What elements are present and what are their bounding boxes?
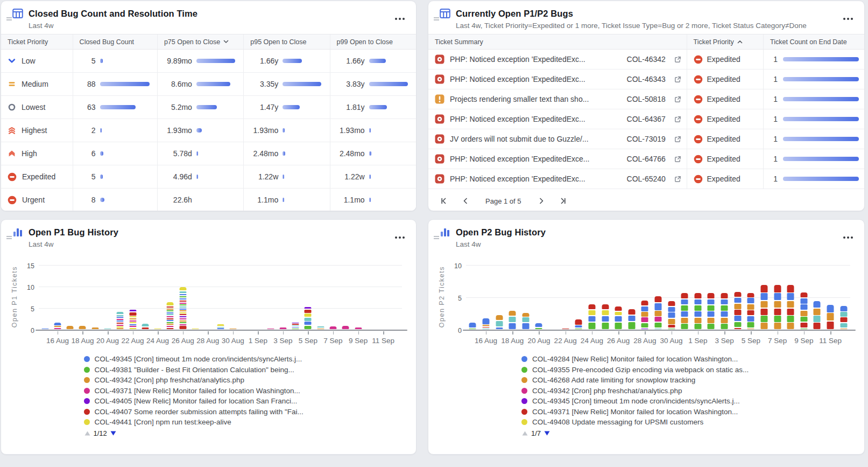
- stacked-bar[interactable]: [721, 293, 728, 329]
- legend-item[interactable]: COL-49405 [New Relic] Monitor failed for…: [84, 396, 327, 407]
- stacked-bar[interactable]: [79, 326, 86, 330]
- first-page-button[interactable]: [437, 195, 451, 207]
- more-menu-button[interactable]: [841, 12, 856, 24]
- external-link-icon[interactable]: [674, 136, 681, 143]
- stacked-bar[interactable]: [827, 305, 834, 329]
- drag-handle-icon[interactable]: [432, 14, 441, 24]
- external-link-icon[interactable]: [674, 176, 681, 183]
- legend-item[interactable]: COL-49342 [Cron] php freshchat/analytics…: [521, 386, 765, 396]
- more-menu-button[interactable]: [392, 231, 407, 243]
- stacked-bar[interactable]: [708, 293, 715, 329]
- stacked-bar[interactable]: [628, 309, 635, 329]
- stacked-bar[interactable]: [588, 304, 595, 329]
- column-header[interactable]: p99 Open to Close: [330, 34, 416, 49]
- stacked-bar[interactable]: [522, 313, 529, 329]
- stacked-bar[interactable]: [840, 306, 847, 329]
- stacked-bar[interactable]: [641, 301, 648, 329]
- legend-item[interactable]: COL-49345 [Cron] timeout 1m node cron/in…: [521, 396, 765, 407]
- stacked-bar[interactable]: [41, 329, 48, 329]
- legend-item[interactable]: COL-49381 "Builder - Best Fit Orientatio…: [84, 365, 327, 375]
- legend-item[interactable]: COL-49441 [Cron] npm run test:keep-alive: [84, 417, 327, 428]
- stacked-bar[interactable]: [535, 323, 542, 329]
- column-header[interactable]: p75 Open to Close: [157, 34, 243, 49]
- stacked-bar[interactable]: [317, 326, 324, 329]
- external-link-icon[interactable]: [674, 116, 681, 123]
- stacked-bar[interactable]: [562, 329, 569, 329]
- legend-item[interactable]: COL-49408 Update messaging for UPSMI cus…: [521, 417, 765, 428]
- stacked-bar[interactable]: [91, 327, 98, 329]
- stacked-bar[interactable]: [67, 326, 74, 330]
- external-link-icon[interactable]: [674, 76, 681, 83]
- ticket-id-link[interactable]: COL-46343: [627, 75, 674, 83]
- stacked-bar[interactable]: [279, 327, 286, 329]
- column-header[interactable]: Ticket Summary: [428, 34, 687, 49]
- ticket-id-link[interactable]: COL-65240: [627, 175, 674, 183]
- stacked-bar[interactable]: [217, 324, 224, 329]
- stacked-bar[interactable]: [694, 293, 701, 329]
- legend-item[interactable]: COL-49371 [New Relic] Monitor failed for…: [84, 386, 327, 396]
- stacked-bar[interactable]: [355, 327, 362, 329]
- stacked-bar[interactable]: [179, 287, 186, 329]
- stacked-bar[interactable]: [167, 302, 174, 329]
- stacked-bar[interactable]: [668, 301, 675, 329]
- stacked-bar[interactable]: [142, 324, 149, 329]
- stacked-bar[interactable]: [787, 285, 794, 329]
- column-header[interactable]: Closed Bug Count: [73, 34, 157, 49]
- external-link-icon[interactable]: [674, 96, 681, 103]
- drag-handle-icon[interactable]: [5, 233, 13, 243]
- stacked-bar[interactable]: [129, 310, 136, 329]
- column-header[interactable]: Ticket Priority: [687, 34, 764, 49]
- stacked-bar[interactable]: [774, 285, 781, 329]
- more-menu-button[interactable]: [841, 231, 856, 243]
- stacked-bar[interactable]: [509, 311, 516, 329]
- stacked-bar[interactable]: [760, 285, 767, 329]
- stacked-bar[interactable]: [734, 292, 741, 329]
- legend-item[interactable]: COL-49342 [Cron] php freshchat/analytics…: [84, 375, 327, 386]
- external-link-icon[interactable]: [674, 156, 681, 163]
- more-menu-button[interactable]: [392, 12, 407, 24]
- column-header[interactable]: Ticket Priority: [1, 34, 73, 49]
- stacked-bar[interactable]: [117, 312, 124, 329]
- stacked-bar[interactable]: [292, 323, 299, 329]
- legend-next-button[interactable]: [110, 430, 117, 436]
- stacked-bar[interactable]: [469, 323, 476, 329]
- stacked-bar[interactable]: [305, 307, 312, 329]
- legend-item[interactable]: COL-49284 [New Relic] Monitor failed for…: [521, 354, 765, 365]
- legend-prev-button[interactable]: [84, 430, 91, 436]
- stacked-bar[interactable]: [229, 329, 236, 329]
- column-header[interactable]: p95 Open to Close: [243, 34, 329, 49]
- stacked-bar[interactable]: [329, 326, 336, 329]
- stacked-bar[interactable]: [104, 329, 111, 329]
- stacked-bar[interactable]: [192, 329, 199, 329]
- drag-handle-icon[interactable]: [432, 233, 441, 243]
- ticket-id-link[interactable]: COL-73019: [627, 135, 674, 143]
- stacked-bar[interactable]: [615, 306, 622, 329]
- ticket-id-link[interactable]: COL-50818: [627, 95, 674, 103]
- ticket-id-link[interactable]: COL-64766: [627, 155, 674, 163]
- legend-item[interactable]: COL-49407 Some reorder submission attemp…: [84, 407, 327, 417]
- stacked-bar[interactable]: [342, 326, 349, 330]
- stacked-bar[interactable]: [814, 301, 821, 329]
- legend-prev-button[interactable]: [521, 430, 528, 436]
- legend-item[interactable]: COL-49355 Pre-encoded Gzip encoding via …: [521, 365, 765, 375]
- column-header[interactable]: Ticket Count on End Date: [763, 34, 864, 49]
- stacked-bar[interactable]: [800, 292, 807, 329]
- next-page-button[interactable]: [534, 195, 548, 207]
- stacked-bar[interactable]: [747, 293, 754, 329]
- stacked-bar[interactable]: [267, 329, 274, 329]
- stacked-bar[interactable]: [602, 304, 609, 329]
- prev-page-button[interactable]: [458, 195, 472, 207]
- last-page-button[interactable]: [556, 195, 570, 207]
- stacked-bar[interactable]: [54, 323, 61, 329]
- stacked-bar[interactable]: [154, 329, 161, 329]
- stacked-bar[interactable]: [681, 293, 688, 329]
- external-link-icon[interactable]: [674, 56, 681, 63]
- ticket-id-link[interactable]: COL-46342: [627, 55, 674, 64]
- stacked-bar[interactable]: [575, 319, 582, 329]
- stacked-bar[interactable]: [496, 315, 503, 329]
- legend-item[interactable]: COL-49345 [Cron] timeout 1m node cron/in…: [84, 354, 327, 365]
- stacked-bar[interactable]: [655, 296, 662, 329]
- legend-next-button[interactable]: [544, 430, 551, 436]
- legend-item[interactable]: COL-46268 Add rate limiting for snowplow…: [521, 375, 765, 386]
- ticket-id-link[interactable]: COL-64367: [627, 115, 674, 123]
